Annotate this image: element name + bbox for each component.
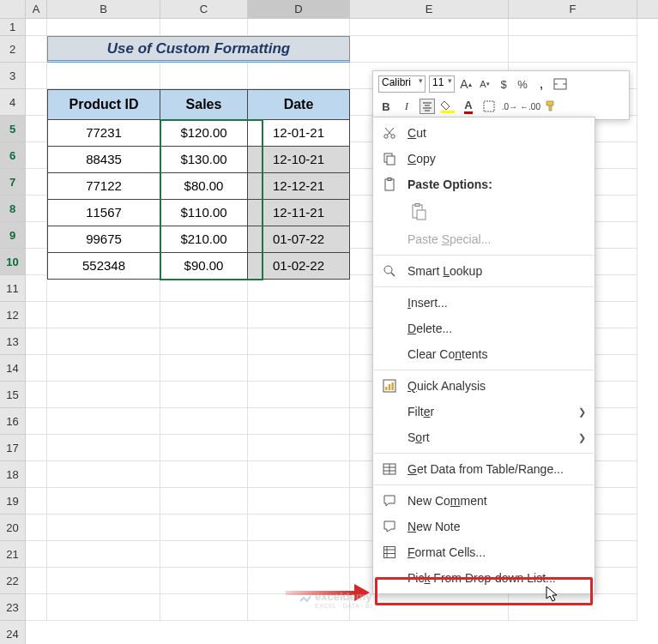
ctx-quick-analysis[interactable]: Quick Analysis <box>373 373 595 399</box>
cell-date[interactable]: 12-11-21 <box>248 200 350 226</box>
comma-icon[interactable]: , <box>534 76 549 92</box>
font-size-select[interactable]: 11 <box>429 75 455 93</box>
borders-icon[interactable] <box>481 99 497 114</box>
table-header-product[interactable]: Product ID <box>47 89 160 120</box>
cell-product[interactable]: 77122 <box>47 173 160 200</box>
row-header-13[interactable]: 13 <box>0 328 26 355</box>
cell-product[interactable]: 11567 <box>47 200 160 226</box>
ctx-cut-label: Cut <box>407 126 586 140</box>
cell-product[interactable]: 77231 <box>47 120 160 147</box>
row-header-6[interactable]: 6 <box>0 142 26 169</box>
ctx-format-cells[interactable]: Format Cells... <box>373 539 595 565</box>
col-header-D[interactable]: D <box>248 0 350 18</box>
ctx-pick-list[interactable]: Pick From Drop-down List... <box>373 565 595 591</box>
row-header-17[interactable]: 17 <box>0 435 26 461</box>
row-header-10[interactable]: 10 <box>0 249 26 275</box>
cell-product[interactable]: 99675 <box>47 226 160 253</box>
svg-rect-14 <box>387 156 395 165</box>
cell-sales[interactable]: $110.00 <box>160 200 248 226</box>
col-header-E[interactable]: E <box>350 0 509 18</box>
ctx-insert-label: Insert... <box>407 296 586 310</box>
cell-sales[interactable]: $120.00 <box>160 120 248 147</box>
cell-date[interactable]: 12-01-21 <box>248 120 350 147</box>
ctx-insert[interactable]: Insert... <box>373 290 595 316</box>
ctx-get-data[interactable]: Get Data from Table/Range... <box>373 456 595 482</box>
bold-icon[interactable]: B <box>378 99 394 114</box>
row-header-1[interactable]: 1 <box>0 19 26 36</box>
paste-icon[interactable] <box>407 201 430 223</box>
col-header-C[interactable]: C <box>160 0 248 18</box>
cell-date[interactable]: 12-10-21 <box>248 147 350 173</box>
ctx-paste-special-label: Paste Special... <box>407 232 586 246</box>
quick-analysis-icon <box>380 376 399 395</box>
svg-rect-30 <box>384 547 395 558</box>
font-name-select[interactable]: Calibri <box>378 75 426 93</box>
font-color-icon[interactable]: A <box>461 99 476 114</box>
currency-icon[interactable]: $ <box>496 76 511 92</box>
ctx-pick-list-label: Pick From Drop-down List... <box>407 571 586 585</box>
ctx-separator <box>374 370 594 370</box>
note-icon <box>380 517 399 536</box>
increase-font-icon[interactable]: A▴ <box>458 76 474 92</box>
row-header-20[interactable]: 20 <box>0 515 26 541</box>
ctx-cut[interactable]: Cut <box>373 120 595 146</box>
col-header-B[interactable]: B <box>47 0 160 18</box>
row-header-16[interactable]: 16 <box>0 408 26 435</box>
row-header-5[interactable]: 5 <box>0 116 26 142</box>
cell-product[interactable]: 88435 <box>47 147 160 173</box>
ctx-new-comment[interactable]: New Comment <box>373 488 595 514</box>
ctx-sort[interactable]: Sort ❯ <box>373 424 595 450</box>
ctx-copy[interactable]: Copy <box>373 146 595 172</box>
row-header-11[interactable]: 11 <box>0 275 26 302</box>
cell-product[interactable]: 552348 <box>47 253 160 280</box>
row-header-9[interactable]: 9 <box>0 222 26 249</box>
ctx-clear-label: Clear Contents <box>407 347 586 361</box>
cell-date[interactable]: 01-02-22 <box>248 253 350 280</box>
row-header-21[interactable]: 21 <box>0 541 26 568</box>
fill-color-icon[interactable] <box>440 99 456 114</box>
italic-icon[interactable]: I <box>399 99 414 114</box>
row-header-2[interactable]: 2 <box>0 36 26 63</box>
row-header-15[interactable]: 15 <box>0 382 26 408</box>
row-header-4[interactable]: 4 <box>0 89 26 116</box>
row-header-22[interactable]: 22 <box>0 568 26 594</box>
merge-cells-icon[interactable] <box>552 76 568 92</box>
ctx-get-data-label: Get Data from Table/Range... <box>407 462 586 476</box>
ctx-smart-lookup[interactable]: Smart Lookup <box>373 258 595 284</box>
cell-date[interactable]: 01-07-22 <box>248 226 350 253</box>
row-header-7[interactable]: 7 <box>0 169 26 196</box>
select-all-corner[interactable] <box>0 0 26 18</box>
row-header-19[interactable]: 19 <box>0 488 26 515</box>
col-header-A[interactable]: A <box>26 0 47 18</box>
align-center-icon[interactable] <box>420 99 435 114</box>
ctx-smart-lookup-label: Smart Lookup <box>407 264 586 278</box>
cell-sales[interactable]: $130.00 <box>160 147 248 173</box>
row-header-23[interactable]: 23 <box>0 594 26 621</box>
ctx-filter[interactable]: Filter ❯ <box>373 399 595 424</box>
comment-icon <box>380 491 399 510</box>
cell-sales[interactable]: $80.00 <box>160 173 248 200</box>
row-header-3[interactable]: 3 <box>0 63 26 89</box>
ctx-clear-contents[interactable]: Clear Contents <box>373 341 595 367</box>
format-painter-icon[interactable] <box>543 99 558 114</box>
table-header-date[interactable]: Date <box>248 89 350 120</box>
decrease-font-icon[interactable]: A▾ <box>477 76 492 92</box>
row-header-12[interactable]: 12 <box>0 302 26 328</box>
row-header-18[interactable]: 18 <box>0 461 26 488</box>
decrease-decimal-icon[interactable]: .0→ <box>502 99 517 114</box>
row-header-8[interactable]: 8 <box>0 196 26 222</box>
increase-decimal-icon[interactable]: ←.00 <box>522 99 538 114</box>
table-header-sales[interactable]: Sales <box>160 89 248 120</box>
ctx-filter-label: Filter <box>407 405 578 418</box>
ctx-separator <box>374 485 594 485</box>
cell-date[interactable]: 12-12-21 <box>248 173 350 200</box>
cell-sales[interactable]: $90.00 <box>160 253 248 280</box>
percent-icon[interactable]: % <box>515 76 530 92</box>
ctx-delete[interactable]: Delete... <box>373 316 595 341</box>
svg-rect-25 <box>391 382 394 390</box>
row-header-24[interactable]: 24 <box>0 621 26 644</box>
col-header-F[interactable]: F <box>509 0 637 18</box>
ctx-new-note[interactable]: New Note <box>373 514 595 539</box>
row-header-14[interactable]: 14 <box>0 355 26 382</box>
cell-sales[interactable]: $210.00 <box>160 226 248 253</box>
